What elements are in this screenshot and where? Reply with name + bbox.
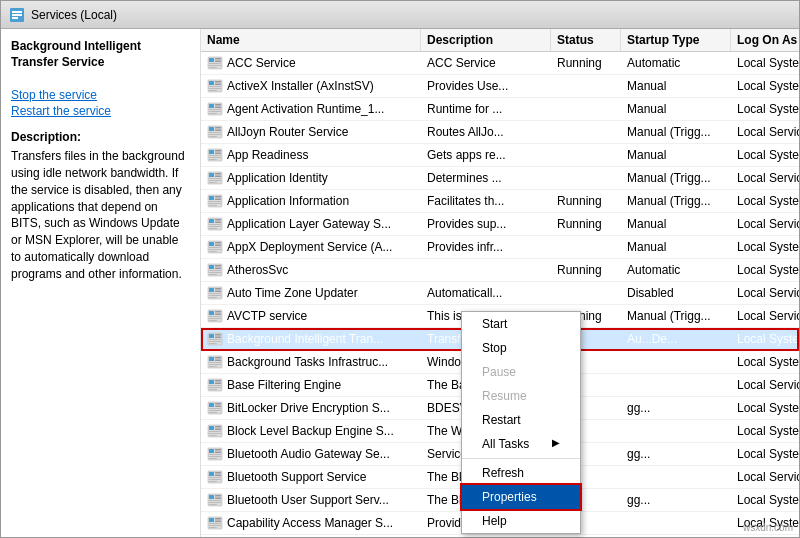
table-row[interactable]: AllJoyn Router Service Routes AllJo... M…: [201, 121, 799, 144]
svg-rect-69: [215, 265, 221, 267]
cell-logon: Local System: [731, 98, 799, 120]
service-icon: [207, 124, 223, 140]
svg-rect-117: [209, 426, 214, 430]
cell-status: Running: [551, 259, 621, 281]
sidebar-restart-link[interactable]: Restart the service: [11, 104, 111, 118]
table-row[interactable]: ActiveX Installer (AxInstSV) Provides Us…: [201, 75, 799, 98]
cell-name: Bluetooth Support Service: [201, 466, 421, 488]
svg-rect-35: [215, 153, 221, 155]
svg-rect-40: [209, 173, 214, 177]
cell-startup: Manual (Trigg...: [621, 121, 731, 143]
svg-rect-107: [209, 387, 221, 388]
context-menu-item-stop[interactable]: Stop: [462, 336, 580, 360]
cell-startup: Manual (Trigg...: [621, 167, 731, 189]
svg-rect-86: [209, 318, 221, 319]
table-row[interactable]: Auto Time Zone Updater Automaticall... D…: [201, 282, 799, 305]
sidebar: Background Intelligent Transfer Service …: [1, 29, 201, 537]
service-icon: [207, 308, 223, 324]
svg-rect-122: [209, 435, 217, 436]
col-description[interactable]: Description: [421, 29, 551, 51]
service-icon: [207, 193, 223, 209]
svg-rect-22: [209, 109, 221, 110]
cell-logon: Local System: [731, 75, 799, 97]
svg-rect-23: [209, 111, 221, 112]
svg-rect-71: [209, 270, 221, 271]
cell-startup: Automatic: [621, 52, 731, 74]
svg-rect-30: [209, 134, 221, 135]
cell-name: Background Tasks Infrastruc...: [201, 351, 421, 373]
cell-description: Automaticall...: [421, 282, 551, 304]
svg-rect-3: [12, 17, 18, 19]
table-row[interactable]: AtherosSvc Running Automatic Local Syste…: [201, 259, 799, 282]
svg-rect-140: [215, 498, 221, 500]
table-row[interactable]: AppX Deployment Service (A... Provides i…: [201, 236, 799, 259]
svg-rect-48: [215, 196, 221, 198]
cell-startup: [621, 466, 731, 488]
cell-status: [551, 144, 621, 166]
svg-rect-28: [215, 130, 221, 132]
cell-status: Running: [551, 52, 621, 74]
svg-rect-57: [209, 224, 221, 225]
cell-name: Application Information: [201, 190, 421, 212]
col-name[interactable]: Name: [201, 29, 421, 51]
svg-rect-61: [209, 242, 214, 246]
svg-rect-31: [209, 136, 217, 137]
svg-rect-65: [209, 249, 221, 250]
service-icon: [207, 216, 223, 232]
table-row[interactable]: App Readiness Gets apps re... Manual Loc…: [201, 144, 799, 167]
context-menu-item-all-tasks[interactable]: All Tasks: [462, 432, 580, 456]
svg-rect-21: [215, 107, 221, 109]
table-row[interactable]: Application Identity Determines ... Manu…: [201, 167, 799, 190]
context-menu-item-refresh[interactable]: Refresh: [462, 461, 580, 485]
col-startup[interactable]: Startup Type: [621, 29, 731, 51]
table-row[interactable]: ACC Service ACC Service Running Automati…: [201, 52, 799, 75]
cell-name: ActiveX Installer (AxInstSV): [201, 75, 421, 97]
table-row[interactable]: Application Layer Gateway S... Provides …: [201, 213, 799, 236]
context-menu-item-pause: Pause: [462, 360, 580, 384]
svg-rect-89: [209, 334, 214, 338]
context-menu[interactable]: StartStopPauseResumeRestartAll TasksRefr…: [461, 311, 581, 534]
svg-rect-76: [215, 288, 221, 290]
table-row[interactable]: Application Information Facilitates th..…: [201, 190, 799, 213]
context-menu-item-start[interactable]: Start: [462, 312, 580, 336]
svg-rect-10: [209, 67, 217, 68]
cell-logon: Local System: [731, 259, 799, 281]
cell-startup: [621, 535, 731, 537]
cell-logon: Local Service: [731, 213, 799, 235]
col-status[interactable]: Status: [551, 29, 621, 51]
svg-rect-135: [209, 479, 221, 480]
cell-name: Bluetooth Audio Gateway Se...: [201, 443, 421, 465]
svg-rect-84: [215, 314, 221, 316]
svg-rect-14: [215, 84, 221, 86]
svg-rect-13: [215, 81, 221, 83]
sidebar-stop-link[interactable]: Stop the service: [11, 88, 97, 102]
cell-name: Auto Time Zone Updater: [201, 282, 421, 304]
table-row[interactable]: Agent Activation Runtime_1... Runtime fo…: [201, 98, 799, 121]
cell-startup: Manual: [621, 98, 731, 120]
context-menu-item-help[interactable]: Help: [462, 509, 580, 533]
svg-rect-131: [209, 472, 214, 476]
col-logon[interactable]: Log On As: [731, 29, 799, 51]
cell-logon: Local System: [731, 443, 799, 465]
cell-description: Runtime for ...: [421, 98, 551, 120]
svg-rect-148: [209, 523, 221, 524]
svg-rect-133: [215, 475, 221, 477]
svg-rect-121: [209, 433, 221, 434]
context-menu-item-restart[interactable]: Restart: [462, 408, 580, 432]
service-icon: [207, 262, 223, 278]
context-menu-item-properties[interactable]: Properties: [462, 485, 580, 509]
svg-rect-62: [215, 242, 221, 244]
table-row[interactable]: CaptureService_1a19ae6a Enables opti... …: [201, 535, 799, 537]
svg-rect-149: [209, 525, 221, 526]
svg-rect-78: [209, 293, 221, 294]
cell-name: Agent Activation Runtime_1...: [201, 98, 421, 120]
main-content: Background Intelligent Transfer Service …: [1, 29, 799, 537]
svg-rect-134: [209, 477, 221, 478]
svg-rect-58: [209, 226, 221, 227]
cell-logon: Local System: [731, 144, 799, 166]
svg-rect-100: [209, 364, 221, 365]
cell-name: AtherosSvc: [201, 259, 421, 281]
svg-rect-103: [209, 380, 214, 384]
service-icon: [207, 331, 223, 347]
svg-rect-87: [209, 320, 217, 321]
